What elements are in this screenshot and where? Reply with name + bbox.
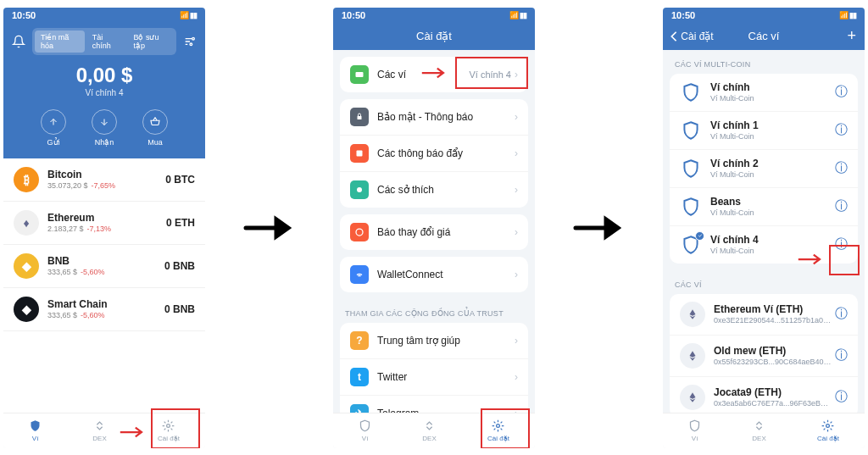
price-icon (350, 223, 369, 241)
nav-bar: Cài đặt (333, 23, 535, 50)
status-time: 10:50 (671, 10, 695, 20)
community-icon: t (350, 368, 369, 386)
walletconnect-icon (350, 265, 369, 284)
community-icon: ✈ (350, 404, 369, 413)
svg-point-0 (192, 37, 195, 40)
tab-settings[interactable]: Cài đặt (487, 419, 509, 442)
coin-name: BNB (47, 255, 164, 267)
info-icon[interactable]: ⓘ (835, 198, 848, 214)
svg-rect-5 (357, 150, 363, 156)
tab-bar: Ví DEX Cài đặt (3, 413, 205, 448)
coin-row[interactable]: ◆ BNB 333,65 $-5,60% 0 BNB (3, 245, 205, 288)
status-icons: 📶 ▮▮ (839, 11, 856, 19)
tab-dex[interactable]: DEX (92, 419, 106, 442)
info-icon[interactable]: ⓘ (835, 306, 848, 322)
screen-settings: 10:50 📶 ▮▮ Cài đặt Các ví Ví chính 4 › B… (333, 8, 535, 448)
buy-button[interactable]: Mua (142, 109, 168, 147)
settings-wallets-value: Ví chính 4 (469, 69, 511, 80)
coin-balance: 0 BTC (165, 174, 195, 186)
community-icon: ? (350, 331, 369, 350)
status-bar: 10:50 📶 ▮▮ (663, 8, 865, 23)
bell-icon[interactable] (10, 32, 27, 51)
tab-wallet[interactable]: Ví (359, 419, 371, 442)
page-title: Cài đặt (416, 30, 452, 42)
flow-arrow (570, 215, 628, 241)
chevron-right-icon: › (515, 147, 518, 159)
tab-wallet[interactable]: Ví (688, 419, 701, 442)
settings-wallets-row[interactable]: Các ví Ví chính 4 › (340, 57, 528, 92)
action-buttons: Gửi Nhận Mua (3, 106, 205, 158)
community-row[interactable]: ?Trung tâm trợ giúp› (340, 323, 528, 358)
ethereum-icon (680, 302, 705, 327)
info-icon[interactable]: ⓘ (835, 122, 848, 138)
wallet-row[interactable]: Ví chínhVí Multi-Coin ⓘ (670, 74, 858, 111)
coin-row[interactable]: ◆ Smart Chain 333,65 $-5,60% 0 BNB (3, 288, 205, 331)
wallet-row[interactable]: Ví chính 4Ví Multi-Coin ⓘ (670, 225, 858, 264)
info-icon[interactable]: ⓘ (835, 236, 848, 252)
shield-icon (680, 234, 702, 256)
shield-icon (680, 196, 702, 218)
tab-dex[interactable]: DEX (422, 419, 436, 442)
tab-settings[interactable]: Cài đặt (158, 419, 180, 442)
filter-icon[interactable] (181, 32, 198, 51)
tab-bar: Ví DEX Cài đặt (333, 413, 535, 448)
coin-row[interactable]: ₿ Bitcoin 35.073,20 $-7,65% 0 BTC (3, 158, 205, 202)
settings-row[interactable]: Các thông báo đẩy› (340, 135, 528, 171)
wallet-row[interactable]: Ví chính 2Ví Multi-Coin ⓘ (670, 149, 858, 187)
gear-icon (487, 419, 509, 433)
balance-amount: 0,00 $ (3, 64, 205, 87)
send-button[interactable]: Gửi (41, 109, 66, 147)
screen-wallets-list: 10:50 📶 ▮▮ Cài đặt Các ví + CÁC VÍ MULTI… (663, 8, 865, 448)
status-icons: 📶 ▮▮ (509, 11, 526, 19)
info-icon[interactable]: ⓘ (835, 347, 848, 363)
shield-icon (680, 81, 702, 103)
coin-balance: 0 BNB (164, 260, 195, 272)
back-button[interactable]: Cài đặt (670, 31, 714, 42)
flow-arrow (241, 215, 298, 241)
swap-icon (752, 419, 765, 433)
tab-wallet[interactable]: Ví (29, 419, 42, 442)
shield-icon (680, 119, 702, 141)
info-icon[interactable]: ⓘ (835, 389, 848, 405)
svg-point-8 (497, 424, 500, 428)
coin-icon: ₿ (14, 167, 39, 192)
coin-name: Ethereum (47, 212, 166, 224)
tab-dex[interactable]: DEX (752, 419, 765, 442)
segment-nft[interactable]: Bộ sưu tập (127, 31, 174, 53)
chevron-right-icon: › (515, 184, 518, 196)
settings-row-icon (350, 144, 369, 163)
settings-walletconnect-row[interactable]: WalletConnect › (340, 257, 528, 292)
receive-button[interactable]: Nhận (92, 109, 117, 147)
info-icon[interactable]: ⓘ (835, 84, 848, 100)
coin-list: ₿ Bitcoin 35.073,20 $-7,65% 0 BTC♦ Ether… (3, 158, 205, 413)
settings-row-icon (350, 180, 369, 199)
coin-balance: 0 BNB (164, 303, 195, 315)
coin-row[interactable]: ♦ Ethereum 2.183,27 $-7,13% 0 ETH (3, 202, 205, 245)
shield-icon (688, 419, 701, 433)
segment-finance[interactable]: Tài chính (86, 31, 126, 53)
community-row[interactable]: ✈Telegram› (340, 395, 528, 413)
wallet-row[interactable]: BeansVí Multi-Coin ⓘ (670, 187, 858, 225)
settings-price-row[interactable]: Báo thay đổi giá › (340, 214, 528, 250)
info-icon[interactable]: ⓘ (835, 160, 848, 176)
community-row[interactable]: tTwitter› (340, 358, 528, 395)
tab-settings[interactable]: Cài đặt (817, 419, 839, 442)
settings-row-icon (350, 108, 369, 126)
status-time: 10:50 (342, 10, 365, 20)
wallet-row[interactable]: Ví chính 1Ví Multi-Coin ⓘ (670, 111, 858, 149)
add-wallet-button[interactable]: + (847, 27, 856, 45)
wallets-list: CÁC VÍ MULTI-COIN Ví chínhVí Multi-Coin … (663, 50, 865, 413)
status-icons: 📶 ▮▮ (180, 11, 197, 19)
wallet-row[interactable]: Jocata9 (ETH)0x3ea5ab6C76E77a...96F63eB2… (670, 376, 858, 413)
community-header: THAM GIA CÁC CỘNG ĐỒNG CỦA TRUST (333, 299, 535, 323)
settings-row[interactable]: Bảo mật - Thông báo› (340, 99, 528, 135)
settings-row[interactable]: Các sở thích› (340, 171, 528, 208)
wallet-row[interactable]: Ethereum Ví (ETH)0xe3E21E290544...511257… (670, 294, 858, 335)
segment-crypto[interactable]: Tiền mã hóa (35, 31, 85, 53)
shield-icon (29, 419, 42, 433)
segment-tabs[interactable]: Tiền mã hóa Tài chính Bộ sưu tập (32, 28, 176, 55)
chevron-right-icon: › (515, 226, 518, 238)
coin-price: 333,65 $-5,60% (47, 311, 164, 319)
check-badge-icon (695, 231, 704, 241)
wallet-row[interactable]: Old mew (ETH)0x55f623293CB...90C684aeB40… (670, 335, 858, 376)
